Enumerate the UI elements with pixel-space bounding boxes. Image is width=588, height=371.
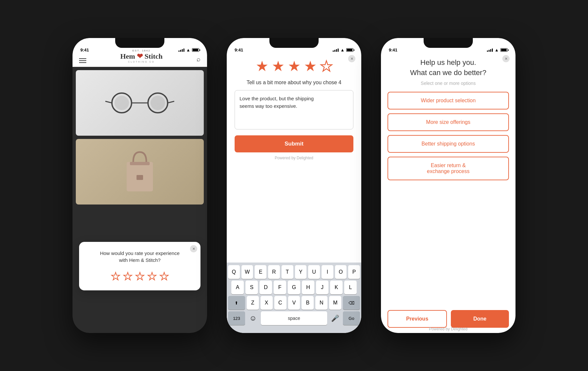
status-icons-2: ▲ xyxy=(333,48,353,52)
kb-row-4: 123 ☺ space 🎤 Go xyxy=(228,311,360,325)
key-l[interactable]: L xyxy=(344,281,357,294)
star-rating-2[interactable]: ★ ★ ★ ★ ★ xyxy=(235,58,353,74)
wifi-icon-3: ▲ xyxy=(494,48,499,52)
key-f[interactable]: F xyxy=(274,281,286,294)
time-3: 9:41 xyxy=(389,48,397,52)
notch-3 xyxy=(424,38,473,48)
brand-sub: CLOTHING CO xyxy=(120,61,162,63)
key-r[interactable]: R xyxy=(268,265,280,279)
key-x[interactable]: X xyxy=(261,296,273,310)
notch-2 xyxy=(269,38,319,48)
big-star-2[interactable]: ★ xyxy=(272,58,284,74)
key-emoji[interactable]: ☺ xyxy=(247,311,259,325)
hamburger-menu[interactable] xyxy=(79,58,86,63)
star-1[interactable]: ★ xyxy=(111,270,120,283)
key-y[interactable]: Y xyxy=(295,265,307,279)
key-e[interactable]: E xyxy=(255,265,266,279)
phone1-content xyxy=(73,67,207,208)
phone-2: 9:41 ▲ ✕ ★ ★ ★ ★ ★ xyxy=(227,38,361,333)
key-c[interactable]: C xyxy=(274,296,286,310)
key-g[interactable]: G xyxy=(288,281,300,294)
key-mic[interactable]: 🎤 xyxy=(329,311,341,325)
big-star-5[interactable]: ★ xyxy=(320,58,333,74)
big-star-1[interactable]: ★ xyxy=(256,58,268,74)
home-indicator-2 xyxy=(228,325,360,332)
key-m[interactable]: M xyxy=(329,296,341,310)
star-5[interactable]: ★ xyxy=(159,270,169,283)
key-i[interactable]: I xyxy=(322,265,333,279)
kb-row-2: A S D F G H J K L xyxy=(228,281,360,294)
options-area: Help us help you. What can we do better?… xyxy=(381,38,515,300)
signal-icon-2 xyxy=(333,49,339,52)
star-rating[interactable]: ★ ★ ★ ★ ★ xyxy=(87,270,193,283)
svg-rect-8 xyxy=(130,162,150,165)
time-2: 9:41 xyxy=(235,48,243,52)
close-button-1[interactable]: ✕ xyxy=(190,245,197,252)
glasses-svg xyxy=(104,90,176,116)
svg-rect-9 xyxy=(136,175,143,180)
bag-svg xyxy=(120,149,159,195)
key-o[interactable]: O xyxy=(335,265,347,279)
powered-by-2: Powered by Delighted xyxy=(235,156,353,160)
svg-point-5 xyxy=(115,96,129,110)
kb-row-3: ⬆ Z X C V B N M ⌫ xyxy=(228,296,360,310)
review-textarea[interactable]: Love the product, but the shipping seems… xyxy=(235,90,353,129)
key-p[interactable]: P xyxy=(348,265,360,279)
submit-button[interactable]: Submit xyxy=(235,135,353,152)
review-modal-area: ★ ★ ★ ★ ★ Tell us a bit more about why y… xyxy=(227,38,361,160)
previous-button[interactable]: Previous xyxy=(388,310,447,328)
wifi-icon: ▲ xyxy=(186,48,190,52)
key-go[interactable]: Go xyxy=(343,311,360,325)
key-h[interactable]: H xyxy=(302,281,314,294)
modal-question: How would you rate your experience with … xyxy=(87,250,193,264)
key-k[interactable]: K xyxy=(330,281,343,294)
key-n[interactable]: N xyxy=(315,296,327,310)
notch-1 xyxy=(115,38,164,48)
signal-icon xyxy=(178,49,184,52)
key-delete[interactable]: ⌫ xyxy=(343,296,360,310)
kb-row-1: Q W E R T Y U I O P xyxy=(228,265,360,279)
key-t[interactable]: T xyxy=(282,265,293,279)
svg-point-6 xyxy=(151,96,165,110)
options-subtitle: Select one or more options xyxy=(388,81,509,86)
key-q[interactable]: Q xyxy=(228,265,240,279)
key-z[interactable]: Z xyxy=(247,296,259,310)
key-v[interactable]: V xyxy=(288,296,300,310)
star-3[interactable]: ★ xyxy=(135,270,145,283)
option-easier-return[interactable]: Easier return &exchange process xyxy=(388,157,509,180)
big-star-4[interactable]: ★ xyxy=(304,58,317,74)
phone-3: 9:41 ▲ ✕ Help us help you. What can we d… xyxy=(381,38,515,333)
key-b[interactable]: B xyxy=(302,296,314,310)
wifi-icon-2: ▲ xyxy=(340,48,345,52)
battery-icon xyxy=(192,48,199,52)
time-1: 9:41 xyxy=(80,48,89,52)
status-icons-1: ▲ xyxy=(178,48,199,52)
key-d[interactable]: D xyxy=(260,281,272,294)
key-w[interactable]: W xyxy=(242,265,253,279)
key-123[interactable]: 123 xyxy=(228,311,245,325)
done-button[interactable]: Done xyxy=(451,310,509,328)
option-better-shipping[interactable]: Better shipping options xyxy=(388,135,509,153)
key-shift[interactable]: ⬆ xyxy=(228,296,245,310)
bag-image xyxy=(76,139,204,205)
star-4[interactable]: ★ xyxy=(147,270,157,283)
search-icon[interactable]: ⌕ xyxy=(197,55,200,63)
key-space[interactable]: space xyxy=(261,311,327,325)
option-more-size[interactable]: More size offerings xyxy=(388,113,509,131)
close-button-2[interactable]: ✕ xyxy=(348,55,355,62)
big-star-3[interactable]: ★ xyxy=(288,58,301,74)
key-s[interactable]: S xyxy=(245,281,258,294)
star-2[interactable]: ★ xyxy=(123,270,133,283)
options-title: Help us help you. What can we do better? xyxy=(388,58,509,78)
phone-1: 9:41 ▲ EST. 1842 Hem ❤ Sti xyxy=(73,38,207,333)
key-a[interactable]: A xyxy=(231,281,244,294)
svg-line-4 xyxy=(168,101,174,103)
close-button-3[interactable]: ✕ xyxy=(502,55,510,62)
option-wider-product[interactable]: Wider product selection xyxy=(388,92,509,109)
key-j[interactable]: J xyxy=(316,281,328,294)
battery-icon-2 xyxy=(346,48,353,52)
rating-modal: ✕ How would you rate your experience wit… xyxy=(79,242,200,290)
signal-icon-3 xyxy=(487,49,493,52)
review-question: Tell us a bit more about why you chose 4 xyxy=(235,80,353,86)
key-u[interactable]: U xyxy=(308,265,320,279)
